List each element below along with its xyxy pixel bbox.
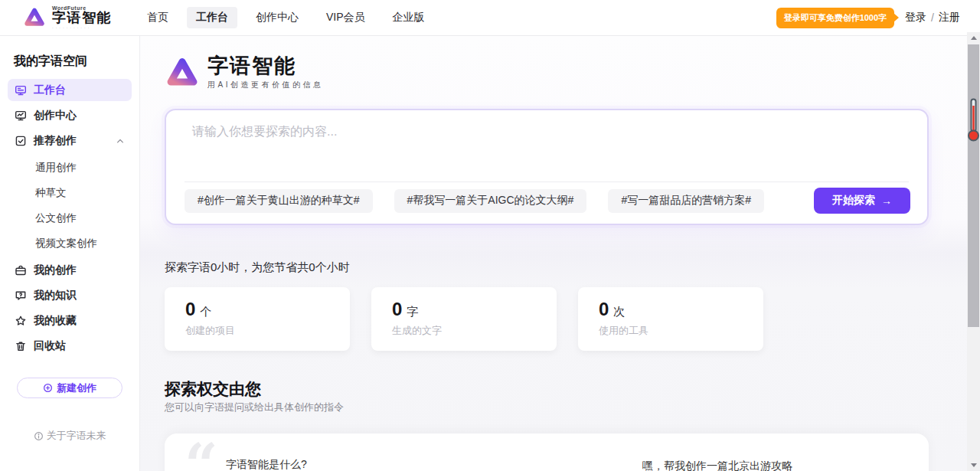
top-header: WordFuture 字语智能 ··········· 首页 工作台 创作中心 … — [0, 0, 980, 36]
nav-item-workbench[interactable]: 工作台 — [187, 7, 237, 28]
thermometer-icon — [968, 98, 979, 146]
sidebar-item-label: 推荐创作 — [34, 134, 77, 148]
nav-item-creation-center[interactable]: 创作中心 — [247, 7, 308, 28]
sidebar-item-label: 我的收藏 — [34, 314, 77, 328]
sidebar-heading: 我的字语空间 — [0, 54, 139, 68]
star-icon — [15, 315, 27, 327]
scrollbar-down-button[interactable] — [967, 460, 980, 471]
sidebar-subitem-video-copywriting[interactable]: 视频文案创作 — [0, 231, 139, 256]
stat-unit: 字 — [407, 305, 418, 319]
about-link[interactable]: 关于字语未来 — [0, 429, 139, 443]
creation-center-monitor-icon — [15, 110, 27, 122]
brand-triangle-icon — [23, 6, 46, 29]
sidebar-item-label: 工作台 — [34, 83, 66, 97]
sidebar-subitem-seeding-article[interactable]: 种草文 — [0, 180, 139, 205]
suggestion-chip-huangshan[interactable]: #创作一篇关于黄山出游的种草文# — [185, 189, 373, 213]
stat-unit: 次 — [613, 305, 625, 319]
new-creation-button[interactable]: 新建创作 — [17, 378, 122, 398]
nav-item-home[interactable]: 首页 — [138, 7, 178, 28]
brand-triangle-icon — [165, 55, 200, 90]
login-link[interactable]: 登录 — [905, 11, 926, 25]
example-prompts-card: “ 字语智能是什么? 嘿，帮我创作一篇北京出游攻略 — [165, 433, 929, 471]
stat-label: 创建的项目 — [185, 324, 350, 338]
example-prompt-what-is[interactable]: 字语智能是什么? — [226, 458, 307, 471]
sidebar-item-workbench[interactable]: 工作台 — [8, 79, 132, 101]
sidebar-item-label: 回收站 — [34, 339, 66, 353]
sidebar-item-creation-center[interactable]: 创作中心 — [8, 104, 132, 126]
sidebar-subitem-label: 通用创作 — [35, 161, 77, 175]
sidebar-item-my-knowledge[interactable]: 我的知识 — [8, 284, 132, 306]
sidebar: 我的字语空间 工作台 创作中心 推荐创作 通用创作 种草文 — [0, 36, 140, 471]
stats-cards-row: 0 个 创建的项目 0 字 生成的文字 0 次 使用的工具 — [165, 287, 980, 351]
trash-icon — [15, 340, 27, 352]
search-card: #创作一篇关于黄山出游的种草文# #帮我写一篇关于AIGC的论文大纲# #写一篇… — [165, 109, 929, 225]
sidebar-item-my-creations[interactable]: 我的创作 — [8, 259, 132, 281]
stat-card-projects: 0 个 创建的项目 — [165, 287, 350, 351]
explore-section-title: 探索权交由您 — [165, 378, 980, 397]
sidebar-item-label: 我的创作 — [34, 263, 77, 277]
hero-brand-name: 字语智能 — [207, 54, 323, 78]
chevron-up-icon[interactable] — [116, 136, 125, 146]
triangle-down-icon — [971, 463, 977, 467]
quote-icon: “ — [185, 437, 218, 471]
stat-unit: 个 — [200, 305, 211, 319]
scrollbar-up-button[interactable] — [967, 32, 980, 44]
sidebar-item-my-favorites[interactable]: 我的收藏 — [8, 309, 132, 332]
scrollbar-thumb[interactable] — [968, 44, 979, 327]
suggestion-chip-aigc-outline[interactable]: #帮我写一篇关于AIGC的论文大纲# — [394, 189, 587, 213]
example-prompt-beijing-guide[interactable]: 嘿，帮我创作一篇北京出游攻略 — [642, 460, 792, 471]
main-nav: 首页 工作台 创作中心 VIP会员 企业版 — [138, 7, 434, 28]
workbench-monitor-icon — [15, 84, 27, 96]
sidebar-item-recommended-creation[interactable]: 推荐创作 — [8, 129, 132, 152]
sidebar-subitem-label: 公文创作 — [35, 211, 77, 225]
register-link[interactable]: 注册 — [939, 11, 960, 25]
sidebar-subitem-label: 视频文案创作 — [35, 237, 97, 250]
sidebar-item-label: 我的知识 — [34, 289, 77, 303]
suggestion-chips-row: #创作一篇关于黄山出游的种草文# #帮我写一篇关于AIGC的论文大纲# #写一篇… — [185, 188, 910, 214]
new-creation-label: 新建创作 — [57, 381, 96, 395]
brand-tagline-dots: ··········· — [52, 26, 112, 31]
arrow-right-icon: → — [881, 195, 892, 207]
login-promo-badge[interactable]: 登录即可享免费创作1000字 — [776, 8, 894, 28]
nav-item-enterprise[interactable]: 企业版 — [384, 7, 434, 28]
stat-value: 0 — [185, 299, 195, 320]
recommended-creation-doc-icon — [15, 135, 27, 147]
explore-section-subtitle: 您可以向字语提问或给出具体创作的指令 — [165, 401, 980, 414]
sidebar-item-recycle-bin[interactable]: 回收站 — [8, 335, 132, 357]
info-circle-icon — [34, 431, 44, 441]
header-logo[interactable]: WordFuture 字语智能 ··········· — [23, 5, 112, 31]
knowledge-bubble-icon — [15, 289, 27, 302]
sidebar-subitem-general-creation[interactable]: 通用创作 — [0, 155, 139, 180]
start-explore-label: 开始探索 — [832, 194, 875, 208]
triangle-up-icon — [971, 36, 977, 40]
start-explore-button[interactable]: 开始探索 → — [814, 188, 910, 214]
suggestion-chip-dessert-marketing[interactable]: #写一篇甜品店的营销方案# — [608, 189, 764, 213]
briefcase-icon — [15, 264, 27, 276]
stat-label: 使用的工具 — [599, 324, 763, 338]
stat-label: 生成的文字 — [392, 324, 557, 338]
hero-brand-tagline: 用AI创造更有价值的信息 — [207, 80, 323, 90]
stat-value: 0 — [392, 299, 402, 320]
stat-value: 0 — [599, 299, 609, 320]
about-label: 关于字语未来 — [47, 429, 106, 443]
hero-logo: 字语智能 用AI创造更有价值的信息 — [165, 54, 980, 98]
auth-separator: / — [931, 11, 934, 24]
sidebar-subitem-label: 种草文 — [35, 186, 67, 200]
sidebar-item-label: 创作中心 — [34, 109, 77, 123]
auth-links: 登录 / 注册 — [905, 11, 960, 25]
stats-summary: 探索字语0小时，为您节省共0个小时 — [165, 260, 980, 273]
nav-item-vip[interactable]: VIP会员 — [317, 7, 374, 28]
plus-circle-icon — [43, 383, 53, 393]
stat-card-tools: 0 次 使用的工具 — [578, 287, 763, 351]
main-content: 字语智能 用AI创造更有价值的信息 #创作一篇关于黄山出游的种草文# #帮我写一… — [140, 36, 980, 471]
search-divider — [185, 182, 909, 182]
sidebar-subitem-official-doc[interactable]: 公文创作 — [0, 205, 139, 231]
search-input[interactable] — [191, 123, 903, 167]
brand-name: 字语智能 — [52, 11, 112, 26]
stat-card-words: 0 字 生成的文字 — [371, 287, 557, 351]
